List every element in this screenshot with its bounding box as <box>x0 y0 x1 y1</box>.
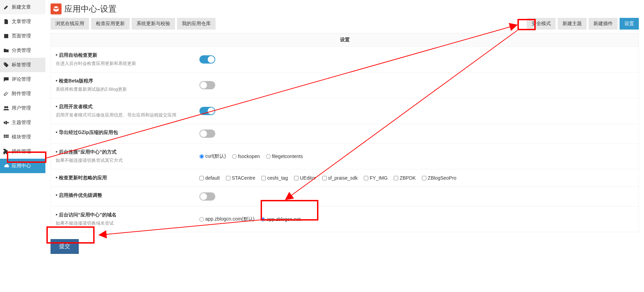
check-ignore-fy-img[interactable]: FY_IMG <box>364 175 388 181</box>
settings-panel: 设置 启用自动检查更新 在进入后台时会检查应用更新和系统更新 检查Beta版程序… <box>51 33 639 232</box>
svg-point-1 <box>4 106 6 108</box>
check-ignore-zblogseopro[interactable]: ZBlogSeoPro <box>422 175 456 181</box>
label-priority: 启用插件优先级调整 <box>56 192 191 199</box>
radio-domain-com[interactable]: app.zblogcn.com(默认) <box>199 216 254 222</box>
desc-conn: 如果不能连接请切换尝试其它方式 <box>56 157 191 164</box>
svg-rect-3 <box>4 122 5 124</box>
grid-icon <box>3 134 9 140</box>
toolbar-spacer <box>218 18 525 30</box>
desc-beta: 系统将检查最新测试版的Z-Blog更新 <box>56 86 191 92</box>
tb-safe-mode[interactable]: 安全模式 <box>527 18 556 30</box>
tag-icon <box>3 62 9 68</box>
radio-conn-filegetcontents[interactable]: filegetcontents <box>266 154 303 159</box>
sidebar-item-label: 应用中心 <box>12 163 31 169</box>
svg-rect-9 <box>4 136 5 138</box>
page-header: 应用中心-设置 <box>51 3 639 14</box>
check-ignore-ceshi-tag[interactable]: ceshi_tag <box>261 175 288 181</box>
sidebar-item-comments[interactable]: 评论管理 <box>0 72 45 87</box>
tb-new-theme[interactable]: 新建主题 <box>558 18 587 30</box>
sidebar-item-label: 插件管理 <box>12 148 31 155</box>
sidebar-item-pages[interactable]: 页面管理 <box>0 29 45 43</box>
toolbar: 浏览在线应用 检查应用更新 系统更新与校验 我的应用仓库 安全模式 新建主题 新… <box>51 18 639 30</box>
sidebar-item-label: 标签管理 <box>12 62 31 68</box>
svg-rect-4 <box>6 121 7 124</box>
sidebar-item-themes[interactable]: 主题管理 <box>0 115 45 130</box>
main-content: 应用中心-设置 浏览在线应用 检查应用更新 系统更新与校验 我的应用仓库 安全模… <box>45 0 644 261</box>
sidebar-item-app-center[interactable]: 应用中心 <box>0 159 45 173</box>
svg-rect-8 <box>7 135 9 136</box>
sidebar-item-label: 分类管理 <box>12 47 31 54</box>
tb-new-plugin[interactable]: 新建插件 <box>589 18 618 30</box>
sidebar-item-label: 主题管理 <box>12 120 31 126</box>
edit-icon <box>3 4 9 10</box>
label-dev: 启用开发者模式 <box>56 104 191 110</box>
check-ignore-default[interactable]: default <box>199 175 220 181</box>
desc-domain: 如果不能连接请切换域名尝试 <box>56 220 191 226</box>
row-gzip: 导出经过GZip压缩的应用包 <box>51 124 638 143</box>
sidebar-item-users[interactable]: 用户管理 <box>0 101 45 115</box>
sidebar-item-attachments[interactable]: 附件管理 <box>0 87 45 101</box>
submit-button[interactable]: 提交 <box>51 239 79 254</box>
sidebar-item-label: 用户管理 <box>12 105 31 111</box>
toggle-dev[interactable] <box>199 107 215 115</box>
svg-rect-7 <box>6 135 7 136</box>
check-ignore-sf-praise[interactable]: sf_praise_sdk <box>322 175 358 181</box>
row-auto-update: 启用自动检查更新 在进入后台时会检查应用更新和系统更新 <box>51 46 638 72</box>
toggle-beta[interactable] <box>199 81 215 89</box>
label-conn: 后台连接“应用中心”的方式 <box>56 149 191 155</box>
row-priority: 启用插件优先级调整 <box>51 187 638 206</box>
radio-conn-curl[interactable]: curl(默认) <box>199 153 226 159</box>
sidebar-item-plugins[interactable]: 插件管理 <box>0 144 45 159</box>
sidebar-item-label: 评论管理 <box>12 76 31 82</box>
radio-conn-fsockopen[interactable]: fsockopen <box>232 154 260 159</box>
page-title: 应用中心-设置 <box>64 3 117 14</box>
toggle-priority[interactable] <box>199 192 215 201</box>
desc-dev: 启用开发者模式可以修改应用信息、导出应用和远程提交应用 <box>56 112 191 118</box>
row-beta: 检查Beta版程序 系统将检查最新测试版的Z-Blog更新 <box>51 72 638 98</box>
label-gzip: 导出经过GZip压缩的应用包 <box>56 130 191 136</box>
tb-settings[interactable]: 设置 <box>620 18 639 30</box>
check-ignore-stacentre[interactable]: STACentre <box>226 175 255 181</box>
puzzle-icon <box>3 149 9 154</box>
tb-browse-online[interactable]: 浏览在线应用 <box>51 18 89 30</box>
sidebar-item-label: 模块管理 <box>12 134 31 140</box>
toggle-gzip[interactable] <box>199 130 215 138</box>
svg-point-2 <box>6 106 8 108</box>
sidebar-item-new-post[interactable]: 新建文章 <box>0 0 45 14</box>
tb-check-updates[interactable]: 检查应用更新 <box>91 18 130 30</box>
app-logo-icon <box>51 3 62 14</box>
sidebar: 新建文章 文章管理 页面管理 分类管理 标签管理 评论管理 附件管理 用户管理 <box>0 0 45 261</box>
users-icon <box>3 105 9 111</box>
row-dev: 启用开发者模式 启用开发者模式可以修改应用信息、导出应用和远程提交应用 <box>51 98 638 124</box>
svg-rect-6 <box>4 135 5 136</box>
page-icon <box>3 33 9 39</box>
svg-rect-5 <box>7 122 9 123</box>
desc-auto-update: 在进入后台时会检查应用更新和系统更新 <box>56 60 191 67</box>
folder-icon <box>3 48 9 53</box>
label-beta: 检查Beta版程序 <box>56 78 191 84</box>
attachment-icon <box>3 91 9 97</box>
svg-rect-0 <box>4 34 8 38</box>
file-text-icon <box>3 19 9 24</box>
theme-icon <box>3 120 9 125</box>
sidebar-item-label: 文章管理 <box>12 19 31 25</box>
row-ignore: 检查更新时忽略的应用 default STACentre ceshi_tag U… <box>51 169 638 187</box>
sidebar-item-categories[interactable]: 分类管理 <box>0 43 45 58</box>
sidebar-item-tags[interactable]: 标签管理 <box>0 58 45 72</box>
label-ignore: 检查更新时忽略的应用 <box>56 175 191 181</box>
svg-rect-11 <box>7 136 9 138</box>
label-auto-update: 启用自动检查更新 <box>56 52 191 58</box>
cloud-icon <box>3 163 9 169</box>
toggle-auto-update[interactable] <box>199 55 215 64</box>
sidebar-item-posts[interactable]: 文章管理 <box>0 14 45 29</box>
sidebar-item-modules[interactable]: 模块管理 <box>0 130 45 144</box>
comment-icon <box>3 77 9 82</box>
tb-system-update[interactable]: 系统更新与校验 <box>132 18 175 30</box>
tb-my-repo[interactable]: 我的应用仓库 <box>177 18 216 30</box>
row-domain: 后台访问“应用中心”的域名 如果不能连接请切换域名尝试 app.zblogcn.… <box>51 206 638 232</box>
radio-domain-net[interactable]: app.zblogcn.net <box>261 216 301 222</box>
check-ignore-ueditor[interactable]: UEditor <box>294 175 316 181</box>
label-domain: 后台访问“应用中心”的域名 <box>56 212 191 218</box>
svg-rect-10 <box>6 136 7 138</box>
check-ignore-zbpdk[interactable]: ZBPDK <box>394 175 416 181</box>
